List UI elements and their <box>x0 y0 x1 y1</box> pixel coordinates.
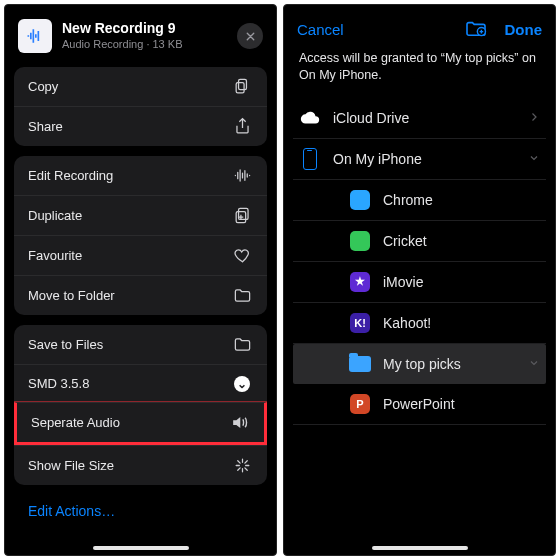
speaker-icon <box>228 413 250 432</box>
favourite-label: Favourite <box>28 248 82 263</box>
app-icon: K! <box>349 312 371 334</box>
folder-icon <box>231 286 253 305</box>
move-to-folder-row[interactable]: Move to Folder <box>14 275 267 315</box>
save-to-files-label: Save to Files <box>28 337 103 352</box>
folder-label: Cricket <box>383 233 427 249</box>
action-group-2: Edit Recording Duplicate Favourite Move … <box>14 156 267 315</box>
separate-audio-label: Seperate Audio <box>31 415 120 430</box>
folder-cricket[interactable]: Cricket <box>293 221 546 262</box>
cloud-icon <box>299 107 321 129</box>
copy-row[interactable]: Copy <box>14 67 267 106</box>
share-label: Share <box>28 119 63 134</box>
duplicate-row[interactable]: Duplicate <box>14 195 267 235</box>
chevron-right-icon <box>528 110 540 126</box>
edit-recording-label: Edit Recording <box>28 168 113 183</box>
duplicate-label: Duplicate <box>28 208 82 223</box>
folder-icon <box>231 335 253 354</box>
new-folder-button[interactable] <box>465 19 487 40</box>
copy-label: Copy <box>28 79 58 94</box>
recording-thumbnail <box>18 19 52 53</box>
svg-rect-0 <box>238 79 246 89</box>
file-picker-screen: Cancel Done Access will be granted to “M… <box>283 4 556 556</box>
smd-label: SMD 3.5.8 <box>28 376 89 391</box>
icloud-label: iCloud Drive <box>333 110 409 126</box>
save-to-files-row[interactable]: Save to Files <box>14 325 267 364</box>
share-row[interactable]: Share <box>14 106 267 146</box>
folder-label: PowerPoint <box>383 396 455 412</box>
folder-label: Chrome <box>383 192 433 208</box>
on-my-iphone-label: On My iPhone <box>333 151 422 167</box>
duplicate-icon <box>231 206 253 225</box>
smd-row[interactable]: SMD 3.5.8 ⌄ <box>14 364 267 402</box>
icloud-drive-row[interactable]: iCloud Drive <box>293 98 546 139</box>
grant-access-message: Access will be granted to “My top picks”… <box>293 50 546 98</box>
home-indicator <box>372 546 468 550</box>
close-icon <box>244 30 257 43</box>
copy-icon <box>231 77 253 96</box>
svg-rect-2 <box>238 208 248 219</box>
svg-rect-1 <box>236 83 244 93</box>
folder-label: Kahoot! <box>383 315 431 331</box>
waveform-icon <box>231 166 253 185</box>
cancel-button[interactable]: Cancel <box>297 21 344 38</box>
share-icon <box>231 117 253 136</box>
folder-label: My top picks <box>383 356 461 372</box>
sparkle-icon <box>231 456 253 475</box>
chevron-down-icon <box>528 356 540 372</box>
folder-my-top-picks[interactable]: My top picks <box>293 344 546 384</box>
separate-audio-row[interactable]: Seperate Audio <box>14 402 267 445</box>
chevron-down-icon <box>528 151 540 167</box>
close-button[interactable] <box>237 23 263 49</box>
folder-icon <box>349 353 371 375</box>
circle-chevron-icon: ⌄ <box>231 376 253 392</box>
heart-icon <box>231 246 253 265</box>
share-sheet-header: New Recording 9 Audio Recording · 13 KB <box>14 17 267 67</box>
app-icon: P <box>349 393 371 415</box>
phone-icon <box>299 148 321 170</box>
done-button[interactable]: Done <box>505 21 543 38</box>
show-file-size-row[interactable]: Show File Size <box>14 445 267 485</box>
move-to-folder-label: Move to Folder <box>28 288 115 303</box>
show-file-size-label: Show File Size <box>28 458 114 473</box>
folder-label: iMovie <box>383 274 423 290</box>
file-picker-topbar: Cancel Done <box>293 17 546 50</box>
app-icon <box>349 230 371 252</box>
recording-title: New Recording 9 <box>62 20 237 38</box>
on-my-iphone-row[interactable]: On My iPhone <box>293 139 546 180</box>
folder-imovie[interactable]: ★ iMovie <box>293 262 546 303</box>
action-group-1: Copy Share <box>14 67 267 146</box>
folder-kahoot[interactable]: K! Kahoot! <box>293 303 546 344</box>
home-indicator <box>93 546 189 550</box>
share-sheet-screen: New Recording 9 Audio Recording · 13 KB … <box>4 4 277 556</box>
edit-actions-link[interactable]: Edit Actions… <box>14 495 267 523</box>
folder-powerpoint[interactable]: P PowerPoint <box>293 384 546 425</box>
header-text: New Recording 9 Audio Recording · 13 KB <box>62 20 237 51</box>
folder-chrome[interactable]: Chrome <box>293 180 546 221</box>
action-group-3: Save to Files SMD 3.5.8 ⌄ Seperate Audio… <box>14 325 267 485</box>
recording-subtitle: Audio Recording · 13 KB <box>62 38 237 52</box>
waveform-thumb-icon <box>25 26 45 46</box>
app-icon <box>349 189 371 211</box>
favourite-row[interactable]: Favourite <box>14 235 267 275</box>
app-icon: ★ <box>349 271 371 293</box>
edit-recording-row[interactable]: Edit Recording <box>14 156 267 195</box>
